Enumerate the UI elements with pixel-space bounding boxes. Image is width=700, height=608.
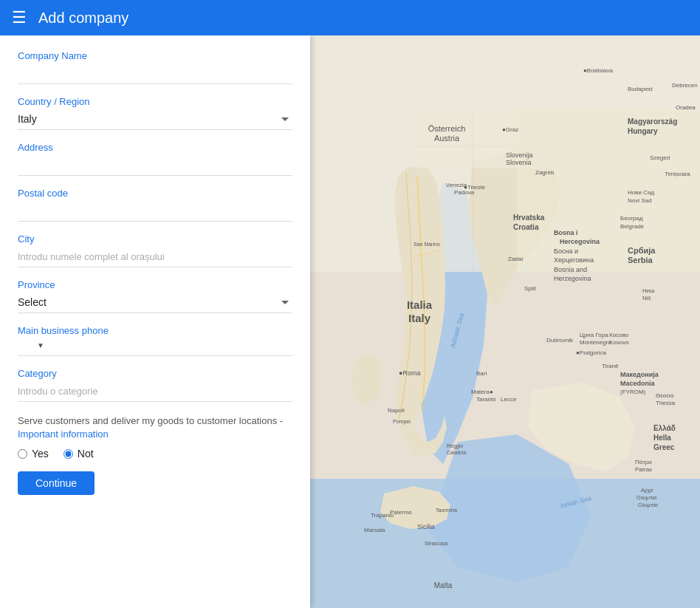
address-input[interactable] <box>18 156 292 176</box>
svg-text:Serbia: Serbia <box>628 256 653 264</box>
svg-text:Hrvatska: Hrvatska <box>513 214 545 222</box>
svg-text:Siracusa: Siracusa <box>425 540 448 547</box>
svg-text:Calabria: Calabria <box>447 450 466 455</box>
svg-text:Greec: Greec <box>653 443 675 451</box>
svg-text:Ολυμπία: Ολυμπία <box>638 502 658 508</box>
svg-text:Malta: Malta <box>434 581 453 590</box>
category-label: Category <box>18 368 292 379</box>
not-radio[interactable] <box>64 449 73 459</box>
phone-input-row: ▼ <box>18 339 292 356</box>
not-label: Not <box>78 448 94 460</box>
postal-code-label: Postal code <box>18 188 292 199</box>
phone-country-button[interactable]: ▼ <box>18 339 44 351</box>
svg-text:Ниш: Ниш <box>642 287 655 294</box>
yes-not-radio-group: Yes Not <box>18 448 292 460</box>
postal-code-input[interactable] <box>18 202 292 222</box>
yes-label: Yes <box>32 448 49 460</box>
svg-rect-4 <box>517 109 700 272</box>
app-header: ☰ Add company <box>0 0 700 35</box>
svg-text:Szeged: Szeged <box>650 154 670 161</box>
yes-radio[interactable] <box>18 449 27 459</box>
svg-text:Belgrade: Belgrade <box>620 223 645 230</box>
city-field: City <box>18 233 292 267</box>
svg-text:Hercegovina: Hercegovina <box>560 238 600 245</box>
continue-button[interactable]: Continue <box>18 471 95 495</box>
svg-text:Ελλάδ: Ελλάδ <box>653 424 676 432</box>
map-background: Österreich Austria Italia Italy Venezia … <box>310 35 700 608</box>
category-input[interactable] <box>18 382 292 402</box>
city-input[interactable] <box>18 247 292 267</box>
city-label: City <box>18 233 292 245</box>
country-region-select[interactable]: Italy France Germany Spain United Kingdo… <box>18 110 292 130</box>
svg-text:Нови Сад: Нови Сад <box>628 189 654 196</box>
svg-text:Austria: Austria <box>434 134 460 143</box>
svg-text:Босна и: Босна и <box>554 247 578 255</box>
country-region-field: Country / Region Italy France Germany Sp… <box>18 96 292 130</box>
svg-text:Dubrovnik: Dubrovnik <box>546 337 574 344</box>
svg-text:Timișoara: Timișoara <box>665 171 690 177</box>
svg-text:Ολυμπια: Ολυμπια <box>636 495 656 501</box>
dropdown-arrow-icon: ▼ <box>37 341 44 349</box>
province-field: Province Select Roma Milano Napoli Torin… <box>18 279 292 313</box>
svg-text:Trapanio: Trapanio <box>371 512 394 519</box>
svg-text:Matera●: Matera● <box>471 389 493 395</box>
svg-text:Hella: Hella <box>653 434 671 442</box>
svg-text:Montenegro: Montenegro <box>580 339 611 346</box>
svg-text:Slovenia: Slovenia <box>506 159 532 166</box>
svg-text:Bosnia and: Bosnia and <box>554 266 587 273</box>
svg-text:Herzegovina: Herzegovina <box>554 275 591 282</box>
svg-text:Novi Sad: Novi Sad <box>628 197 651 204</box>
svg-text:Slovenija: Slovenija <box>506 151 533 159</box>
svg-text:Београд: Београд <box>620 215 643 222</box>
postal-code-field: Postal code <box>18 188 292 222</box>
svg-text:Reggio: Reggio <box>447 443 463 449</box>
svg-text:Marsala: Marsala <box>364 527 385 533</box>
svg-text:●Bratislava: ●Bratislava <box>583 67 614 74</box>
address-field: Address <box>18 142 292 176</box>
svg-text:Split: Split <box>524 285 536 292</box>
svg-text:Italia: Italia <box>407 298 433 311</box>
province-select[interactable]: Select Roma Milano Napoli Torino Palermo <box>18 293 292 313</box>
italy-flag-icon <box>18 339 35 351</box>
svg-text:(FYROM): (FYROM) <box>620 389 646 395</box>
serve-customers-text: Serve customers and deliver my goods to … <box>18 415 283 426</box>
svg-text:Hungary: Hungary <box>628 127 658 135</box>
svg-text:Косово: Косово <box>609 332 629 338</box>
main-phone-field: Main business phone ▼ <box>18 325 292 356</box>
page-title: Add company <box>38 10 128 27</box>
svg-text:Padova: Padova <box>454 189 475 196</box>
province-label: Province <box>18 279 292 290</box>
svg-text:Niš: Niš <box>642 295 651 301</box>
company-name-field: Company Name <box>18 50 292 84</box>
svg-text:Italy: Italy <box>408 312 431 324</box>
phone-input[interactable] <box>50 339 292 351</box>
svg-text:Macedonia: Macedonia <box>620 380 656 387</box>
svg-text:●Roma: ●Roma <box>399 369 420 377</box>
svg-text:Pompei: Pompei <box>393 419 411 425</box>
svg-text:Debrecen: Debrecen <box>672 82 698 89</box>
svg-text:Црна Гора: Црна Гора <box>580 332 608 338</box>
svg-text:Österreich: Österreich <box>428 124 466 133</box>
svg-text:Bosna i: Bosna i <box>554 229 578 236</box>
address-label: Address <box>18 142 292 153</box>
svg-text:Sicilia: Sicilia <box>417 523 435 530</box>
svg-text:Македонија: Македонија <box>620 371 659 378</box>
svg-text:Kosovo: Kosovo <box>609 339 629 346</box>
menu-icon[interactable]: ☰ <box>12 8 27 27</box>
company-name-input[interactable] <box>18 64 292 84</box>
svg-text:Zagreb: Zagreb <box>535 169 555 176</box>
category-field: Category <box>18 368 292 402</box>
country-region-label: Country / Region <box>18 96 292 107</box>
yes-option[interactable]: Yes <box>18 448 49 460</box>
svg-text:Taormina: Taormina <box>436 508 457 513</box>
not-option[interactable]: Not <box>64 448 94 460</box>
svg-text:Lecce: Lecce <box>501 396 517 403</box>
svg-text:Tiranë: Tiranë <box>602 363 619 369</box>
important-information-link[interactable]: Important information <box>18 428 109 440</box>
main-phone-label: Main business phone <box>18 325 292 336</box>
svg-text:Αρχα: Αρχα <box>641 488 653 493</box>
svg-text:Θεσσα: Θεσσα <box>656 392 674 399</box>
svg-text:Херцеговина: Херцеговина <box>554 256 594 264</box>
svg-text:●Podgorica: ●Podgorica <box>576 349 606 356</box>
svg-text:Taranto: Taranto <box>476 396 496 403</box>
